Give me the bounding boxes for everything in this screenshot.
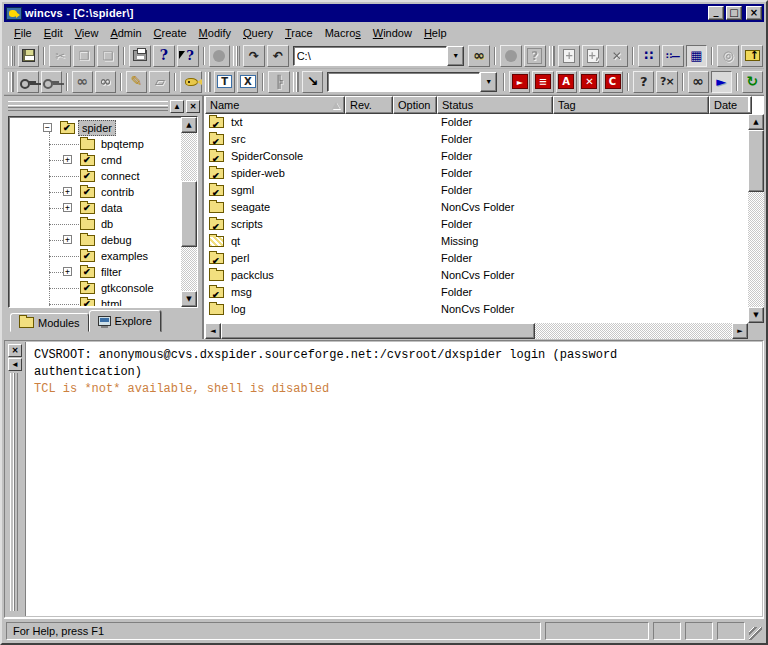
close-button[interactable]: × (746, 6, 762, 20)
list-hscroll-thumb[interactable] (221, 323, 535, 339)
find-files-button[interactable] (688, 71, 709, 93)
minimize-button[interactable]: _ (708, 6, 724, 20)
tree-expand-icon[interactable]: + (63, 203, 72, 212)
table-row[interactable]: qtMissing (205, 233, 748, 250)
refresh-button[interactable] (742, 71, 763, 93)
tree-expand-icon[interactable]: + (63, 187, 72, 196)
menu-create[interactable]: Create (148, 25, 193, 41)
menu-window[interactable]: Window (367, 25, 418, 41)
stop-query-button[interactable] (656, 71, 677, 93)
menu-admin[interactable]: Admin (104, 25, 147, 41)
filter-combo-dropdown-icon[interactable]: ▼ (480, 72, 497, 92)
tree-scrollbar[interactable]: ▲ ▼ (181, 117, 197, 307)
release-button[interactable] (180, 71, 201, 93)
scroll-down-icon[interactable]: ▼ (748, 307, 764, 323)
toolbar-gripper[interactable] (233, 46, 240, 66)
resize-grip[interactable] (749, 627, 762, 640)
delete-file-button[interactable] (606, 45, 628, 67)
menu-trace[interactable]: Trace (279, 25, 319, 41)
toolbar-gripper[interactable] (293, 72, 299, 92)
column-header-rev[interactable]: Rev. (345, 96, 393, 114)
menu-modify[interactable]: Modify (193, 25, 237, 41)
collapse-console-button[interactable]: ◄ (8, 358, 22, 371)
details-view-button[interactable] (686, 45, 708, 67)
add-binary-button[interactable] (582, 45, 604, 67)
path-combo-input[interactable] (293, 46, 447, 66)
watch-button[interactable] (95, 71, 116, 93)
scroll-up-icon[interactable]: ▲ (748, 114, 764, 130)
scroll-up-icon[interactable]: ▲ (181, 117, 197, 133)
copy-button[interactable] (73, 45, 95, 67)
add-button[interactable] (556, 71, 577, 93)
up-folder-button[interactable] (741, 45, 763, 67)
paste-button[interactable] (97, 45, 119, 67)
list-vscroll-thumb[interactable] (748, 130, 764, 192)
table-row[interactable]: msgFolder (205, 284, 748, 301)
table-row[interactable]: logNonCvs Folder (205, 301, 748, 318)
toolbar-gripper[interactable] (205, 72, 211, 92)
menu-macros[interactable]: Macros (319, 25, 367, 41)
list-horizontal-scrollbar[interactable]: ◄ ► (205, 323, 748, 339)
table-row[interactable]: seagateNonCvs Folder (205, 199, 748, 216)
binary-flag-button[interactable] (237, 71, 258, 93)
table-row[interactable]: SpiderConsoleFolder (205, 148, 748, 165)
column-header-option[interactable]: Option (393, 96, 437, 114)
tree-item-bpqtemp[interactable]: bpqtemp (10, 136, 180, 152)
expand-browser-button[interactable]: ▲ (170, 100, 184, 113)
tree-item-examples[interactable]: examples (10, 248, 180, 264)
tree-item-db[interactable]: db (10, 216, 180, 232)
tree-item-data[interactable]: +data (10, 200, 180, 216)
tree-item-cmd[interactable]: +cmd (10, 152, 180, 168)
scroll-down-icon[interactable]: ▼ (181, 291, 197, 307)
graph-button[interactable] (268, 71, 289, 93)
logout-button[interactable] (41, 71, 62, 93)
table-row[interactable]: srcFolder (205, 131, 748, 148)
maximize-button[interactable]: □ (726, 6, 742, 20)
tree-expand-icon[interactable]: + (63, 155, 72, 164)
path-combo-dropdown-icon[interactable]: ▼ (447, 46, 464, 66)
tab-modules[interactable]: Modules (10, 313, 89, 332)
tree-expand-icon[interactable]: + (63, 267, 72, 276)
tree-item-filter[interactable]: +filter (10, 264, 180, 280)
unedit-file-button[interactable] (149, 71, 170, 93)
tree-item-contrib[interactable]: +contrib (10, 184, 180, 200)
toolbar-gripper[interactable] (549, 46, 556, 66)
explorer-toggle-button[interactable] (711, 71, 732, 93)
query-update-button[interactable] (633, 71, 654, 93)
menu-edit[interactable]: Edit (38, 25, 69, 41)
column-header-name[interactable]: Name (205, 96, 345, 114)
column-header-date[interactable]: Date (709, 96, 752, 114)
table-row[interactable]: packclusNonCvs Folder (205, 267, 748, 284)
list-vertical-scrollbar[interactable]: ▲ ▼ (748, 114, 764, 323)
print-button[interactable] (129, 45, 151, 67)
redirect-output-button[interactable] (302, 71, 323, 93)
scroll-right-icon[interactable]: ► (732, 323, 748, 339)
table-row[interactable]: perlFolder (205, 250, 748, 267)
commit-button[interactable] (532, 71, 553, 93)
toolbar-gripper[interactable] (8, 72, 14, 92)
menu-view[interactable]: View (69, 25, 105, 41)
menu-query[interactable]: Query (237, 25, 279, 41)
list-view-button[interactable] (662, 45, 684, 67)
menu-help[interactable]: Help (418, 25, 453, 41)
help-button[interactable] (153, 45, 175, 67)
table-row[interactable]: spider-webFolder (205, 165, 748, 182)
console-text[interactable]: CVSROOT: anonymous@cvs.dxspider.sourcefo… (25, 342, 762, 616)
menu-file[interactable]: File (8, 25, 38, 41)
add-file-button[interactable] (558, 45, 580, 67)
table-row[interactable]: scriptsFolder (205, 216, 748, 233)
scroll-left-icon[interactable]: ◄ (205, 323, 221, 339)
column-header-status[interactable]: Status (437, 96, 553, 114)
tree-item-gtkconsole[interactable]: gtkconsole (10, 280, 180, 296)
update-button[interactable] (509, 71, 530, 93)
tree-item-connect[interactable]: connect (10, 168, 180, 184)
filter-combo-input[interactable] (327, 72, 480, 92)
text-flag-button[interactable] (214, 71, 235, 93)
stop-cvs-button[interactable] (500, 45, 522, 67)
login-button[interactable] (17, 71, 38, 93)
save-button[interactable] (18, 45, 40, 67)
checkout-module-button[interactable] (243, 45, 265, 67)
stop-button[interactable] (209, 45, 231, 67)
icons-view-button[interactable] (638, 45, 660, 67)
tree-collapse-icon[interactable]: − (43, 123, 52, 132)
